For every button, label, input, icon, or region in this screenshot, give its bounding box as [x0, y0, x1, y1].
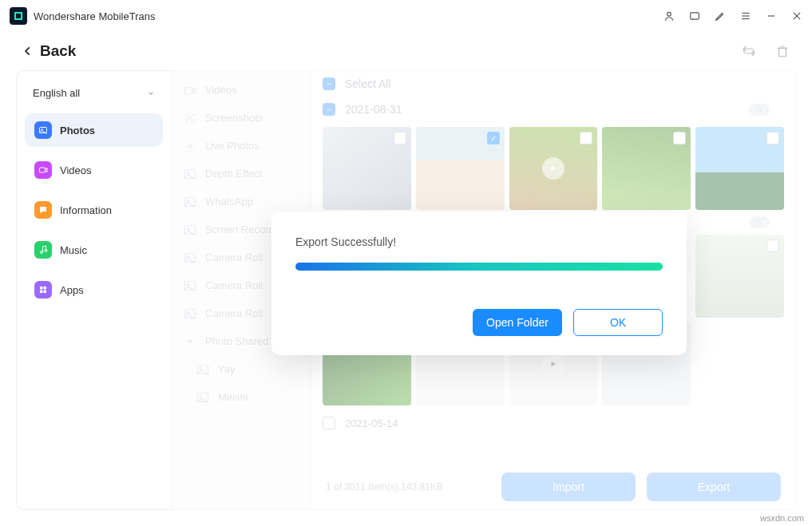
svg-rect-1 [691, 13, 699, 19]
window-titlebar: Wondershare MobileTrans [0, 0, 812, 32]
sidebar-item-videos[interactable]: Videos [25, 153, 163, 187]
back-button[interactable]: Back [22, 42, 76, 60]
sidebar-item-information[interactable]: Information [25, 193, 163, 227]
open-folder-button[interactable]: Open Folder [473, 309, 562, 336]
titlebar-left: Wondershare MobileTrans [10, 7, 155, 25]
svg-marker-14 [46, 168, 48, 172]
header-actions [742, 44, 790, 58]
svg-rect-20 [44, 287, 47, 290]
app-logo [10, 7, 27, 25]
information-icon [34, 201, 52, 219]
sidebar-item-label: Videos [60, 164, 92, 176]
sidebar-item-apps[interactable]: Apps [25, 273, 163, 307]
refresh-icon[interactable] [742, 44, 756, 58]
svg-rect-21 [40, 291, 43, 294]
svg-rect-15 [40, 207, 46, 212]
header-bar: Back [0, 32, 812, 70]
minimize-icon[interactable] [766, 10, 777, 22]
photos-icon [34, 121, 52, 139]
edit-icon[interactable] [715, 10, 726, 22]
apps-icon [34, 281, 52, 299]
open-folder-label: Open Folder [486, 316, 549, 329]
sidebar-left: English all Photos Videos Information Mu… [17, 71, 172, 509]
language-label: English all [33, 87, 80, 99]
modal-title: Export Successfully! [295, 235, 663, 248]
back-label: Back [40, 42, 76, 60]
export-success-modal: Export Successfully! Open Folder OK [271, 212, 687, 355]
modal-progress-bar [295, 263, 663, 271]
sidebar-item-label: Apps [60, 284, 84, 296]
sidebar-item-label: Information [60, 204, 112, 216]
app-title: Wondershare MobileTrans [34, 10, 155, 22]
watermark: wsxdn.com [760, 513, 804, 523]
user-icon[interactable] [663, 10, 675, 22]
ok-label: OK [610, 316, 626, 329]
ok-button[interactable]: OK [573, 309, 663, 336]
svg-rect-22 [44, 291, 47, 294]
svg-rect-19 [40, 287, 43, 290]
sidebar-item-music[interactable]: Music [25, 233, 163, 267]
titlebar-right [663, 10, 802, 22]
videos-icon [34, 161, 52, 179]
svg-marker-16 [40, 212, 42, 213]
language-select[interactable]: English all [25, 81, 163, 105]
close-icon[interactable] [791, 10, 802, 22]
message-icon[interactable] [689, 10, 700, 22]
trash-icon[interactable] [775, 44, 790, 58]
svg-rect-8 [779, 48, 786, 57]
svg-rect-13 [40, 168, 46, 172]
chevron-left-icon [22, 45, 34, 57]
sidebar-item-photos[interactable]: Photos [25, 113, 163, 147]
modal-actions: Open Folder OK [295, 309, 663, 336]
menu-icon[interactable] [740, 10, 751, 22]
music-icon [34, 241, 52, 259]
sidebar-item-label: Music [60, 244, 87, 256]
svg-point-0 [667, 12, 671, 16]
sidebar-item-label: Photos [60, 125, 95, 136]
chevron-down-icon [147, 89, 155, 97]
